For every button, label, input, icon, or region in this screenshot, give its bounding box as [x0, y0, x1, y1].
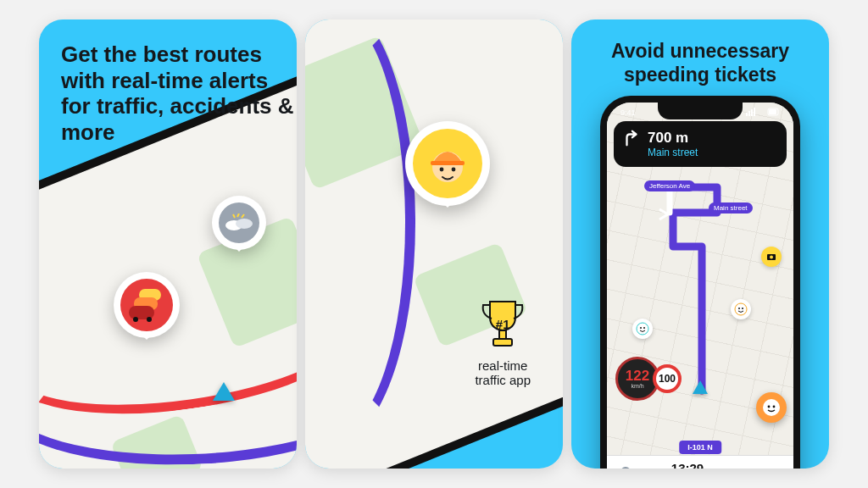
phone-screen: 9:41 700 m Main street Jefferson Ave Mai…: [607, 103, 793, 469]
svg-point-1: [236, 219, 253, 229]
promo-panel-1: Get the best routes with real-time alert…: [39, 19, 297, 469]
svg-point-29: [773, 406, 776, 408]
svg-point-26: [742, 308, 743, 309]
promo-panel-3: Avoid unnecessary speeding tickets 9:41 …: [571, 19, 829, 469]
vehicle-button[interactable]: [763, 462, 785, 469]
eta-block: 13:29 48 min ⚡ 20 km.: [637, 461, 737, 469]
current-location-cursor: [693, 380, 708, 394]
svg-rect-11: [499, 330, 506, 339]
svg-rect-14: [748, 111, 750, 116]
svg-rect-15: [751, 109, 753, 116]
hazard-pin[interactable]: [405, 121, 490, 206]
svg-point-6: [147, 317, 152, 322]
svg-point-10: [452, 168, 456, 172]
trophy-rank: #1: [475, 317, 531, 331]
svg-rect-16: [754, 108, 755, 116]
svg-point-5: [133, 317, 138, 322]
panel1-headline: Get the best routes with real-time alert…: [61, 42, 297, 146]
highway-badge: I-101 N: [679, 441, 721, 454]
direction-banner[interactable]: 700 m Main street: [614, 121, 787, 167]
report-button[interactable]: [756, 392, 787, 423]
street-label-main: Main street: [709, 202, 753, 214]
direction-street: Main street: [648, 147, 776, 158]
vehicle-icon: [766, 467, 782, 469]
svg-point-9: [440, 168, 444, 172]
svg-point-20: [770, 256, 773, 259]
eta-time: 13:29: [637, 461, 737, 469]
phone-notch: [658, 103, 743, 119]
wazer-icon[interactable]: [632, 319, 653, 339]
svg-point-27: [763, 399, 780, 416]
report-icon: [762, 398, 781, 417]
phone-mockup: 9:41 700 m Main street Jefferson Ave Mai…: [600, 96, 800, 469]
svg-rect-18: [769, 109, 776, 114]
svg-point-22: [640, 327, 642, 329]
svg-rect-13: [746, 113, 748, 116]
svg-point-24: [735, 303, 747, 315]
svg-point-21: [637, 323, 648, 335]
accident-pin[interactable]: [212, 196, 266, 250]
current-speed-value: 122: [626, 369, 649, 383]
current-location-cursor: [213, 382, 235, 401]
panel3-headline: Avoid unnecessary speeding tickets: [571, 40, 829, 86]
svg-point-25: [738, 308, 740, 309]
trophy-label: real-time traffic app: [475, 358, 531, 388]
svg-rect-12: [493, 339, 512, 346]
promo-panel-2: #1 real-time traffic app: [305, 19, 563, 469]
turn-right-icon: [622, 130, 641, 148]
status-time: 9:41: [620, 108, 636, 117]
direction-distance: 700 m: [648, 130, 776, 147]
traffic-pin[interactable]: [114, 272, 180, 338]
wazer-icon[interactable]: [731, 299, 751, 319]
traffic-jam-icon: [120, 279, 173, 331]
search-button[interactable]: [615, 462, 637, 469]
current-speed-unit: km/h: [631, 383, 643, 389]
svg-rect-8: [431, 161, 465, 165]
speed-limit-sign: 100: [653, 364, 682, 393]
sound-button[interactable]: [737, 462, 760, 469]
street-label-jefferson: Jefferson Ave: [644, 180, 695, 191]
accident-icon: [219, 202, 259, 243]
sound-icon: [742, 466, 755, 469]
svg-point-28: [768, 406, 771, 408]
route-primary-line: [39, 322, 297, 469]
status-icons: [746, 108, 780, 118]
trophy-badge: #1 real-time traffic app: [475, 297, 531, 398]
construction-worker-icon: [413, 129, 482, 198]
eta-bar[interactable]: I-101 N 13:29 48 min ⚡ 20 km.: [607, 455, 793, 469]
search-icon: [620, 466, 633, 469]
speed-cluster[interactable]: 122 km/h 100: [615, 357, 682, 401]
svg-point-30: [621, 468, 630, 469]
svg-point-23: [643, 327, 645, 329]
speed-camera-icon[interactable]: [761, 247, 782, 267]
